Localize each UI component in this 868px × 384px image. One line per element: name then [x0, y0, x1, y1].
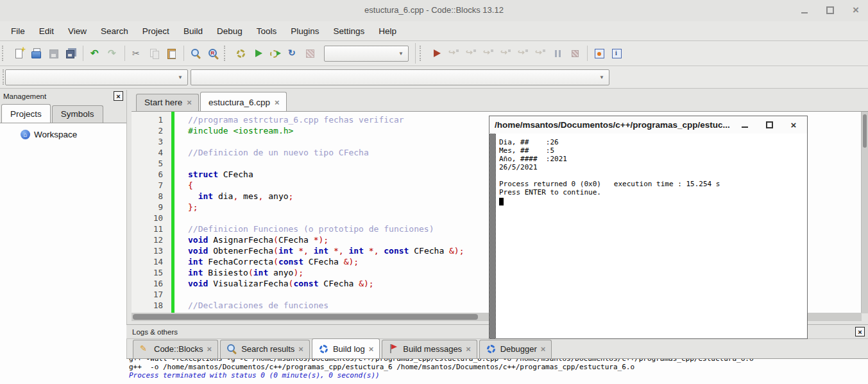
- tab-projects[interactable]: Projects: [1, 104, 51, 123]
- tab-label: Code::Blocks: [154, 344, 203, 354]
- various-info-button[interactable]: [608, 45, 625, 62]
- tab-close-icon[interactable]: ×: [187, 100, 192, 106]
- maximize-button[interactable]: [824, 4, 836, 16]
- close-button[interactable]: ×: [850, 4, 862, 16]
- line-number: 4: [132, 148, 171, 159]
- compiler-toolbar: [232, 45, 319, 62]
- flag-icon: [388, 344, 399, 354]
- management-title: Management: [3, 92, 114, 100]
- line-number: 12: [132, 235, 171, 246]
- line-number: 14: [132, 257, 171, 268]
- replace-button[interactable]: [205, 45, 222, 62]
- line-number: 13: [132, 246, 171, 257]
- log-tab-build-log[interactable]: Build log×: [312, 338, 380, 358]
- editor-tab-estuctura-6-cpp[interactable]: estuctura_6.cpp×: [200, 92, 287, 111]
- tab-label: Debugger: [500, 344, 537, 354]
- log-tab-debugger[interactable]: Debugger×: [479, 340, 552, 358]
- editor-tab-start-here[interactable]: Start here×: [136, 94, 199, 111]
- management-close-button[interactable]: ×: [114, 91, 123, 101]
- dbgrun-icon: [431, 48, 442, 59]
- menu-item-project[interactable]: Project: [135, 24, 176, 39]
- vscroll-thumb[interactable]: [863, 114, 867, 148]
- management-header: Management ×: [0, 90, 126, 102]
- infown-icon: [611, 48, 622, 59]
- menu-item-file[interactable]: File: [4, 24, 32, 39]
- editor-vscrollbar[interactable]: [861, 112, 868, 313]
- tab-close-icon[interactable]: ×: [541, 346, 546, 353]
- terminal-titlebar[interactable]: /home/msantos/Documentos/c++/programas_c…: [489, 116, 807, 134]
- rebuild-button[interactable]: [284, 45, 302, 62]
- stop-icon: [570, 48, 581, 59]
- undo-button[interactable]: [87, 45, 104, 62]
- redo-button: [104, 45, 121, 62]
- tab-close-icon[interactable]: ×: [275, 100, 280, 106]
- function-select[interactable]: ▼: [191, 69, 609, 85]
- log-tab-build-messages[interactable]: Build messages×: [382, 340, 477, 358]
- build-and-run-button[interactable]: [267, 45, 284, 62]
- menu-item-edit[interactable]: Edit: [32, 24, 61, 39]
- paste-button[interactable]: [163, 45, 180, 62]
- toolbar-drag-handle[interactable]: [420, 46, 423, 61]
- hscroll-thumb[interactable]: [133, 314, 478, 320]
- log-tab-search-results[interactable]: Search results×: [220, 340, 310, 358]
- cut-button[interactable]: [128, 45, 146, 62]
- cut-icon: [132, 48, 142, 59]
- gear-icon: [235, 48, 246, 59]
- menu-item-search[interactable]: Search: [94, 24, 135, 39]
- workspace-item[interactable]: Workspace: [21, 130, 126, 139]
- search-icon: [226, 344, 237, 354]
- menu-item-tools[interactable]: Tools: [250, 24, 284, 39]
- log-tab-code-blocks[interactable]: Code::Blocks×: [133, 340, 218, 358]
- tab-close-icon[interactable]: ×: [207, 346, 212, 353]
- debug-continue-button[interactable]: [428, 45, 445, 62]
- copy-button: [146, 45, 163, 62]
- menu-item-view[interactable]: View: [61, 24, 94, 39]
- build-target-select[interactable]: ▼: [324, 46, 409, 62]
- management-tabbar: ProjectsSymbols: [0, 102, 126, 123]
- line-number: 11: [132, 224, 171, 235]
- debugging-windows-button[interactable]: [591, 45, 608, 62]
- terminal-title: /home/msantos/Documentos/c++/programas_c…: [489, 120, 739, 130]
- step-into-button: [480, 45, 497, 62]
- terminal-body[interactable]: Dia, ## :26Mes, ## :5Año, #### :202126/5…: [489, 134, 807, 338]
- open-button[interactable]: [28, 45, 45, 62]
- toolbar-drag-handle[interactable]: [2, 46, 6, 61]
- tab-close-icon[interactable]: ×: [298, 346, 303, 353]
- menu-item-help[interactable]: Help: [371, 24, 404, 39]
- main-toolbar: [10, 45, 222, 62]
- line-number: 5: [132, 159, 171, 170]
- tab-symbols[interactable]: Symbols: [52, 105, 103, 123]
- note-icon: [139, 344, 150, 354]
- line-number: 7: [132, 180, 171, 191]
- logs-close-button[interactable]: ×: [855, 327, 865, 336]
- build-button[interactable]: [232, 45, 250, 62]
- line-number: 2: [132, 126, 171, 137]
- line-number: 3: [132, 137, 171, 148]
- workspace-icon: [21, 130, 30, 139]
- new-file-button[interactable]: [10, 45, 28, 62]
- terminal-scrollbar[interactable]: [489, 134, 496, 338]
- run-button[interactable]: [250, 45, 267, 62]
- line-number: 8: [132, 191, 171, 202]
- tab-label: Start here: [144, 98, 182, 107]
- chevron-down-icon: ▼: [398, 51, 404, 57]
- step-icon: [518, 48, 529, 59]
- close-icon: ×: [791, 121, 797, 130]
- tab-close-icon[interactable]: ×: [466, 346, 471, 353]
- menu-item-plugins[interactable]: Plugins: [284, 24, 326, 39]
- minimize-icon: [742, 127, 748, 128]
- terminal-close-button[interactable]: ×: [788, 119, 799, 131]
- toolbar-drag-handle[interactable]: [224, 46, 228, 61]
- toolbar-separator: [587, 46, 588, 61]
- find-button[interactable]: [187, 45, 205, 62]
- tab-close-icon[interactable]: ×: [369, 346, 374, 353]
- terminal-maximize-button[interactable]: [763, 119, 775, 131]
- menu-item-debug[interactable]: Debug: [210, 24, 250, 39]
- terminal-minimize-button[interactable]: [739, 119, 751, 131]
- save-all-button[interactable]: [62, 45, 80, 62]
- line-number: 17: [132, 290, 171, 301]
- minimize-button[interactable]: [799, 4, 810, 16]
- menu-item-settings[interactable]: Settings: [327, 24, 372, 39]
- scope-select[interactable]: ▼: [5, 69, 188, 85]
- menu-item-build[interactable]: Build: [176, 24, 210, 39]
